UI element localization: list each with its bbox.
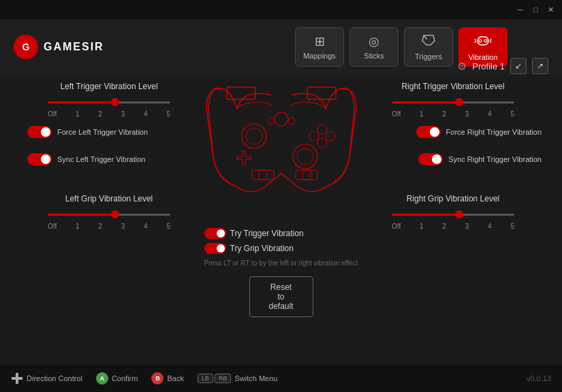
- reset-button[interactable]: Reset to default: [249, 276, 313, 317]
- svg-point-5: [242, 124, 266, 148]
- logo-icon: G: [14, 35, 38, 59]
- gear-icon: ⚙: [457, 60, 467, 73]
- left-trigger-fill: [48, 101, 115, 103]
- svg-point-9: [317, 125, 327, 134]
- right-grip-section: Right Grip Vibration Level Off 1 2 3 4 5: [364, 194, 542, 230]
- sync-left-trigger-toggle[interactable]: [27, 153, 52, 165]
- try-grip-knob: [217, 244, 225, 252]
- label-5: 5: [510, 110, 514, 118]
- right-trigger-thumb[interactable]: [455, 98, 463, 106]
- lb-icon: LB: [198, 374, 213, 383]
- bottom-back: B Back: [151, 372, 183, 385]
- tab-sticks-label: Sticks: [364, 52, 384, 60]
- left-trigger-thumb[interactable]: [111, 98, 119, 106]
- profile-import-button[interactable]: ↗: [532, 58, 548, 74]
- try-grip-label: Try Grip Vibration: [230, 244, 294, 253]
- tab-mappings[interactable]: ⊞ Mappings: [295, 27, 344, 67]
- right-grip-slider[interactable]: [392, 208, 514, 221]
- force-right-trigger-row: Force Right Trigger Vibration: [409, 126, 542, 138]
- left-grip-slider[interactable]: [48, 208, 170, 221]
- maximize-button[interactable]: □: [529, 3, 542, 16]
- mappings-icon: ⊞: [315, 34, 325, 49]
- force-right-trigger-toggle[interactable]: [416, 126, 441, 138]
- left-trigger-labels: Off 1 2 3 4 5: [48, 110, 170, 118]
- tab-sticks[interactable]: ◎ Sticks: [349, 27, 399, 67]
- force-right-trigger-label: Force Right Trigger Vibration: [446, 128, 542, 136]
- right-trigger-slider[interactable]: [392, 95, 514, 109]
- label-off: Off: [48, 110, 57, 118]
- tab-triggers-label: Triggers: [415, 52, 442, 61]
- label-1: 1: [76, 110, 80, 118]
- a-button-icon: A: [96, 372, 108, 385]
- try-grip-toggle[interactable]: [204, 243, 226, 254]
- try-trigger-row: Try Trigger Vibration: [204, 228, 304, 239]
- try-trigger-label: Try Trigger Vibration: [230, 229, 304, 238]
- sync-left-trigger-label: Sync Left Trigger Vibration: [57, 155, 145, 163]
- try-trigger-toggle[interactable]: [204, 228, 226, 239]
- sticks-icon: ◎: [369, 34, 379, 49]
- confirm-label: Confirm: [112, 374, 138, 382]
- minimize-button[interactable]: ─: [514, 3, 527, 16]
- try-trigger-knob: [217, 229, 225, 238]
- svg-rect-18: [296, 170, 311, 180]
- right-trigger-section: Right Trigger Vibration Level Off 1 2 3 …: [364, 82, 542, 118]
- label-off: Off: [392, 110, 401, 118]
- force-left-trigger-row: Force Left Trigger Vibration: [20, 126, 148, 138]
- label-2: 2: [442, 223, 446, 230]
- bottom-bar: Direction Control A Confirm B Back LB RB…: [0, 365, 562, 392]
- close-button[interactable]: ✕: [544, 3, 557, 16]
- back-label: Back: [167, 374, 183, 382]
- left-trigger-section: Left Trigger Vibration Level Off 1 2 3 4…: [20, 82, 198, 118]
- label-off: Off: [48, 223, 57, 230]
- svg-point-8: [297, 148, 313, 165]
- label-3: 3: [465, 110, 469, 118]
- logo-area: G GAMESIR: [14, 35, 104, 59]
- profile-export-button[interactable]: ↙: [510, 58, 527, 74]
- label-5: 5: [510, 223, 514, 230]
- try-hint: Press LT or RT to try the left or right …: [204, 259, 358, 267]
- left-grip-thumb[interactable]: [111, 210, 119, 218]
- try-vibration-section: Try Trigger Vibration Try Grip Vibration…: [204, 228, 358, 267]
- left-trigger-track: [48, 101, 170, 103]
- svg-point-11: [317, 138, 327, 148]
- label-1: 1: [420, 110, 424, 118]
- label-off: Off: [392, 223, 401, 230]
- label-2: 2: [442, 110, 446, 118]
- dpad-icon: [11, 372, 23, 385]
- force-left-trigger-toggle[interactable]: [27, 126, 52, 138]
- right-grip-track: [392, 214, 514, 216]
- right-trigger-labels: Off 1 2 3 4 5: [392, 110, 514, 118]
- label-2: 2: [98, 223, 102, 230]
- svg-rect-3: [227, 87, 255, 99]
- sync-right-trigger-label: Sync Right Trigger Vibration: [448, 155, 542, 163]
- left-trigger-slider[interactable]: [48, 95, 170, 109]
- direction-control-label: Direction Control: [27, 374, 82, 382]
- sync-left-trigger-row: Sync Left Trigger Vibration: [20, 153, 145, 165]
- label-1: 1: [420, 223, 424, 230]
- label-4: 4: [488, 223, 492, 230]
- tab-triggers[interactable]: Triggers: [404, 27, 453, 67]
- left-grip-track: [48, 214, 170, 216]
- lb-rb-icon: LB RB: [198, 374, 232, 383]
- label-1: 1: [76, 223, 80, 230]
- bottom-direction-control: Direction Control: [11, 372, 82, 385]
- profile-label: Profile 1: [472, 61, 505, 71]
- right-grip-thumb[interactable]: [455, 210, 463, 218]
- label-3: 3: [121, 110, 125, 118]
- left-grip-level-label: Left Grip Vibration Level: [20, 194, 198, 203]
- right-grip-fill: [392, 214, 459, 216]
- label-3: 3: [465, 223, 469, 230]
- svg-point-15: [288, 118, 295, 125]
- main-content: Left Trigger Vibration Level Off 1 2 3 4…: [0, 75, 562, 365]
- version-label: v0.0.13: [527, 374, 551, 382]
- svg-rect-17: [259, 170, 274, 180]
- controller-image: [203, 68, 360, 218]
- svg-rect-19: [302, 170, 317, 180]
- label-2: 2: [98, 110, 102, 118]
- sync-right-trigger-toggle[interactable]: [418, 153, 443, 165]
- rb-icon: RB: [215, 374, 232, 383]
- label-3: 3: [121, 223, 125, 230]
- logo-text: GAMESIR: [44, 41, 104, 53]
- toggle-knob: [432, 154, 441, 164]
- sync-right-trigger-row: Sync Right Trigger Vibration: [411, 153, 542, 165]
